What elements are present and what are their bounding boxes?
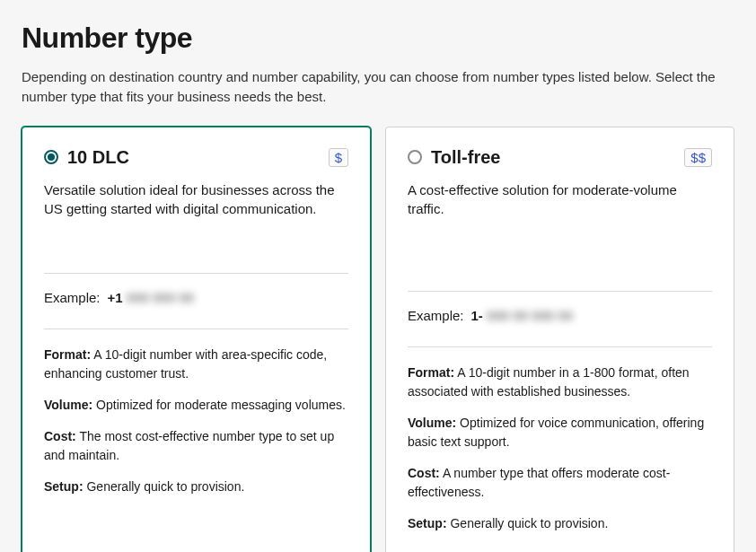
example-label: Example:: [408, 308, 464, 323]
detail-volume: Volume: Optimized for voice communicatio…: [408, 414, 712, 451]
example-row: Example: +1 999 999 99: [44, 290, 348, 305]
card-title: 10 DLC: [67, 147, 320, 168]
detail-setup: Setup: Generally quick to provision.: [44, 478, 348, 496]
example-prefix: 1-: [471, 308, 483, 323]
detail-format: Format: A 10-digit number in a 1-800 for…: [408, 364, 712, 401]
price-badge: $: [329, 148, 348, 167]
example-label: Example:: [44, 290, 101, 305]
divider: [408, 291, 712, 292]
example-blurred: 999 99 999 99: [487, 308, 573, 323]
detail-cost: Cost: A number type that offers moderate…: [408, 464, 712, 502]
card-description: Versatile solution ideal for businesses …: [44, 180, 348, 220]
detail-cost: Cost: The most cost-effective number typ…: [44, 427, 348, 465]
price-badge: $$: [684, 148, 712, 167]
number-type-options: 10 DLC $ Versatile solution ideal for bu…: [22, 127, 734, 553]
page-title: Number type: [22, 22, 734, 55]
number-type-card-tollfree[interactable]: Toll-free $$ A cost-effective solution f…: [385, 127, 734, 553]
card-header: 10 DLC $: [44, 147, 348, 168]
divider: [44, 329, 348, 329]
detail-format: Format: A 10-digit number with area-spec…: [44, 346, 348, 383]
divider: [44, 273, 348, 274]
number-type-card-10dlc[interactable]: 10 DLC $ Versatile solution ideal for bu…: [22, 127, 371, 553]
card-description: A cost-effective solution for moderate-v…: [408, 180, 712, 220]
example-row: Example: 1- 999 99 999 99: [408, 308, 712, 323]
example-blurred: 999 999 99: [127, 290, 194, 305]
divider: [408, 346, 712, 347]
detail-setup: Setup: Generally quick to provision.: [408, 514, 712, 533]
radio-selected-icon[interactable]: [44, 150, 58, 164]
page-subtitle: Depending on destination country and num…: [22, 67, 731, 107]
card-header: Toll-free $$: [408, 147, 712, 168]
card-title: Toll-free: [431, 147, 675, 168]
detail-volume: Volume: Optimized for moderate messaging…: [44, 396, 348, 415]
example-prefix: +1: [108, 290, 123, 305]
radio-unselected-icon[interactable]: [408, 150, 422, 164]
